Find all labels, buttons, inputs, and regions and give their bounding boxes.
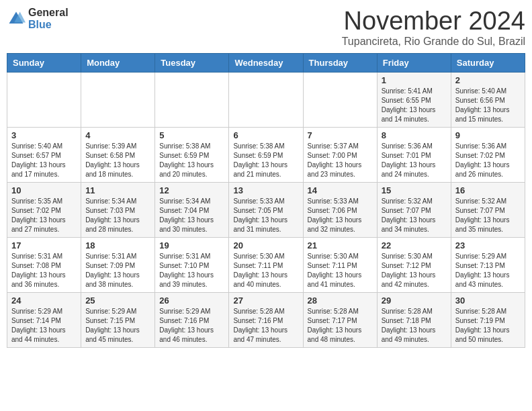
calendar-cell: 15Sunrise: 5:32 AM Sunset: 7:07 PM Dayli… xyxy=(377,183,451,238)
logo: General Blue xyxy=(7,7,69,30)
calendar-cell xyxy=(155,73,229,128)
page-header: General Blue November 2024 Tupancireta, … xyxy=(7,7,525,48)
day-number: 11 xyxy=(85,185,150,195)
calendar-cell: 16Sunrise: 5:32 AM Sunset: 7:07 PM Dayli… xyxy=(451,183,525,238)
day-number: 23 xyxy=(455,240,521,250)
location-title: Tupancireta, Rio Grande do Sul, Brazil xyxy=(342,36,525,48)
day-info: Sunrise: 5:37 AM Sunset: 7:00 PM Dayligh… xyxy=(308,142,373,179)
day-number: 15 xyxy=(382,185,447,195)
day-info: Sunrise: 5:35 AM Sunset: 7:02 PM Dayligh… xyxy=(11,197,77,234)
logo-blue-text: Blue xyxy=(28,19,69,31)
day-info: Sunrise: 5:28 AM Sunset: 7:19 PM Dayligh… xyxy=(455,307,521,345)
day-info: Sunrise: 5:31 AM Sunset: 7:09 PM Dayligh… xyxy=(85,252,150,289)
day-info: Sunrise: 5:30 AM Sunset: 7:11 PM Dayligh… xyxy=(233,252,298,289)
day-number: 16 xyxy=(455,185,521,195)
day-info: Sunrise: 5:29 AM Sunset: 7:15 PM Dayligh… xyxy=(85,307,150,345)
day-info: Sunrise: 5:30 AM Sunset: 7:12 PM Dayligh… xyxy=(382,252,447,289)
day-number: 4 xyxy=(85,130,150,140)
day-info: Sunrise: 5:40 AM Sunset: 6:56 PM Dayligh… xyxy=(455,87,521,124)
calendar-cell: 23Sunrise: 5:29 AM Sunset: 7:13 PM Dayli… xyxy=(451,238,525,293)
day-info: Sunrise: 5:28 AM Sunset: 7:16 PM Dayligh… xyxy=(233,307,298,345)
day-number: 26 xyxy=(159,295,224,306)
column-header-thursday: Thursday xyxy=(303,54,377,73)
day-info: Sunrise: 5:29 AM Sunset: 7:16 PM Dayligh… xyxy=(159,307,224,345)
calendar-cell: 10Sunrise: 5:35 AM Sunset: 7:02 PM Dayli… xyxy=(7,183,81,238)
calendar-cell: 5Sunrise: 5:38 AM Sunset: 6:59 PM Daylig… xyxy=(155,128,229,183)
day-info: Sunrise: 5:33 AM Sunset: 7:05 PM Dayligh… xyxy=(233,197,298,234)
calendar-cell xyxy=(229,73,303,128)
day-number: 10 xyxy=(11,185,77,195)
day-info: Sunrise: 5:29 AM Sunset: 7:13 PM Dayligh… xyxy=(455,252,521,289)
column-header-wednesday: Wednesday xyxy=(229,54,303,73)
day-number: 27 xyxy=(233,295,298,306)
calendar-table: SundayMondayTuesdayWednesdayThursdayFrid… xyxy=(7,53,525,348)
calendar-cell: 27Sunrise: 5:28 AM Sunset: 7:16 PM Dayli… xyxy=(229,293,303,348)
calendar-cell: 21Sunrise: 5:30 AM Sunset: 7:11 PM Dayli… xyxy=(303,238,377,293)
day-number: 30 xyxy=(455,295,521,306)
day-number: 5 xyxy=(159,130,224,140)
day-info: Sunrise: 5:38 AM Sunset: 6:59 PM Dayligh… xyxy=(159,142,224,179)
day-number: 29 xyxy=(382,295,447,306)
day-info: Sunrise: 5:32 AM Sunset: 7:07 PM Dayligh… xyxy=(382,197,447,234)
day-number: 12 xyxy=(159,185,224,195)
logo-general-text: General xyxy=(28,7,69,19)
day-number: 22 xyxy=(382,240,447,250)
calendar-cell: 26Sunrise: 5:29 AM Sunset: 7:16 PM Dayli… xyxy=(155,293,229,348)
title-area: November 2024 Tupancireta, Rio Grande do… xyxy=(342,7,525,48)
day-info: Sunrise: 5:29 AM Sunset: 7:14 PM Dayligh… xyxy=(11,307,77,345)
column-header-sunday: Sunday xyxy=(7,54,81,73)
calendar-cell: 7Sunrise: 5:37 AM Sunset: 7:00 PM Daylig… xyxy=(303,128,377,183)
column-header-tuesday: Tuesday xyxy=(155,54,229,73)
calendar-cell: 24Sunrise: 5:29 AM Sunset: 7:14 PM Dayli… xyxy=(7,293,81,348)
calendar-header-row: SundayMondayTuesdayWednesdayThursdayFrid… xyxy=(7,54,525,73)
calendar-cell xyxy=(7,73,81,128)
day-number: 21 xyxy=(308,240,373,250)
day-info: Sunrise: 5:34 AM Sunset: 7:03 PM Dayligh… xyxy=(85,197,150,234)
calendar-cell: 22Sunrise: 5:30 AM Sunset: 7:12 PM Dayli… xyxy=(377,238,451,293)
day-number: 14 xyxy=(308,185,373,195)
day-number: 2 xyxy=(455,75,521,85)
day-info: Sunrise: 5:31 AM Sunset: 7:10 PM Dayligh… xyxy=(159,252,224,289)
day-number: 1 xyxy=(382,75,447,85)
day-number: 17 xyxy=(11,240,77,250)
calendar-cell xyxy=(81,73,155,128)
day-number: 25 xyxy=(85,295,150,306)
day-info: Sunrise: 5:41 AM Sunset: 6:55 PM Dayligh… xyxy=(382,87,447,124)
calendar-cell: 20Sunrise: 5:30 AM Sunset: 7:11 PM Dayli… xyxy=(229,238,303,293)
calendar-cell: 6Sunrise: 5:38 AM Sunset: 6:59 PM Daylig… xyxy=(229,128,303,183)
day-number: 28 xyxy=(308,295,373,306)
day-number: 6 xyxy=(233,130,298,140)
calendar-cell: 19Sunrise: 5:31 AM Sunset: 7:10 PM Dayli… xyxy=(155,238,229,293)
day-info: Sunrise: 5:33 AM Sunset: 7:06 PM Dayligh… xyxy=(308,197,373,234)
day-info: Sunrise: 5:36 AM Sunset: 7:02 PM Dayligh… xyxy=(455,142,521,179)
day-info: Sunrise: 5:30 AM Sunset: 7:11 PM Dayligh… xyxy=(308,252,373,289)
day-info: Sunrise: 5:36 AM Sunset: 7:01 PM Dayligh… xyxy=(382,142,447,179)
logo-icon xyxy=(7,9,26,28)
calendar-week-row: 10Sunrise: 5:35 AM Sunset: 7:02 PM Dayli… xyxy=(7,183,525,238)
calendar-cell: 14Sunrise: 5:33 AM Sunset: 7:06 PM Dayli… xyxy=(303,183,377,238)
day-number: 19 xyxy=(159,240,224,250)
day-number: 7 xyxy=(308,130,373,140)
column-header-monday: Monday xyxy=(81,54,155,73)
calendar-cell: 11Sunrise: 5:34 AM Sunset: 7:03 PM Dayli… xyxy=(81,183,155,238)
day-number: 3 xyxy=(11,130,77,140)
calendar-week-row: 24Sunrise: 5:29 AM Sunset: 7:14 PM Dayli… xyxy=(7,293,525,348)
day-info: Sunrise: 5:38 AM Sunset: 6:59 PM Dayligh… xyxy=(233,142,298,179)
calendar-cell: 9Sunrise: 5:36 AM Sunset: 7:02 PM Daylig… xyxy=(451,128,525,183)
day-number: 24 xyxy=(11,295,77,306)
calendar-week-row: 17Sunrise: 5:31 AM Sunset: 7:08 PM Dayli… xyxy=(7,238,525,293)
calendar-cell: 13Sunrise: 5:33 AM Sunset: 7:05 PM Dayli… xyxy=(229,183,303,238)
calendar-cell: 25Sunrise: 5:29 AM Sunset: 7:15 PM Dayli… xyxy=(81,293,155,348)
calendar-cell: 28Sunrise: 5:28 AM Sunset: 7:17 PM Dayli… xyxy=(303,293,377,348)
day-number: 8 xyxy=(382,130,447,140)
calendar-cell: 18Sunrise: 5:31 AM Sunset: 7:09 PM Dayli… xyxy=(81,238,155,293)
day-number: 18 xyxy=(85,240,150,250)
day-info: Sunrise: 5:40 AM Sunset: 6:57 PM Dayligh… xyxy=(11,142,77,179)
day-info: Sunrise: 5:32 AM Sunset: 7:07 PM Dayligh… xyxy=(455,197,521,234)
day-info: Sunrise: 5:39 AM Sunset: 6:58 PM Dayligh… xyxy=(85,142,150,179)
calendar-cell: 3Sunrise: 5:40 AM Sunset: 6:57 PM Daylig… xyxy=(7,128,81,183)
calendar-cell: 4Sunrise: 5:39 AM Sunset: 6:58 PM Daylig… xyxy=(81,128,155,183)
day-info: Sunrise: 5:34 AM Sunset: 7:04 PM Dayligh… xyxy=(159,197,224,234)
column-header-saturday: Saturday xyxy=(451,54,525,73)
calendar-cell xyxy=(303,73,377,128)
